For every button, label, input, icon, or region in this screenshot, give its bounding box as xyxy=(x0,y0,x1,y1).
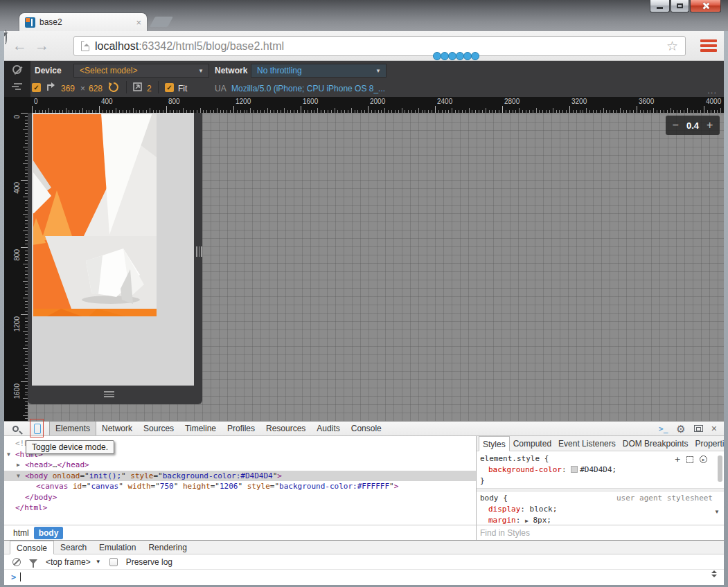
swap-dimensions-icon[interactable] xyxy=(46,82,56,92)
clear-console-icon[interactable] xyxy=(12,558,21,566)
device-pixel-ratio-icon[interactable] xyxy=(133,82,142,91)
ruler-vertical: 040080012001600 xyxy=(4,97,28,421)
network-conditions-icon[interactable] xyxy=(11,83,24,91)
expand-arrow-icon[interactable]: ▼ xyxy=(17,471,20,482)
close-window-button[interactable] xyxy=(690,0,721,12)
rule-selector[interactable]: user agent stylesheetbody { xyxy=(477,493,724,504)
dom-tree-row[interactable]: </html> xyxy=(4,503,476,514)
frame-context-select[interactable]: <top frame>▼ xyxy=(46,557,101,567)
tab-audits[interactable]: Audits xyxy=(311,422,345,435)
viewport-resize-handle-right[interactable] xyxy=(196,246,202,257)
drawer-tab-search[interactable]: Search xyxy=(54,541,93,554)
fit-checkbox[interactable]: ✓ xyxy=(165,83,174,92)
reload-button[interactable] xyxy=(4,30,7,44)
toggle-console-drawer-icon[interactable]: >_ xyxy=(659,424,668,433)
tab-elements[interactable]: Elements xyxy=(49,422,96,435)
tab-resources[interactable]: Resources xyxy=(260,422,311,435)
drawer-tab-console[interactable]: Console xyxy=(10,541,54,554)
viewport-width-value[interactable]: 369 xyxy=(61,84,75,93)
inspect-element-icon[interactable] xyxy=(12,426,19,432)
page-icon[interactable] xyxy=(81,41,89,51)
tab-dom-breakpoints[interactable]: DOM Breakpoints xyxy=(619,436,692,451)
url-host: localhost xyxy=(95,40,139,52)
viewport-resize-handle-bottom[interactable] xyxy=(104,391,114,397)
refresh-icon[interactable] xyxy=(108,82,119,93)
zoom-in-button[interactable]: + xyxy=(707,120,713,131)
tab-network[interactable]: Network xyxy=(96,422,138,435)
page-canvas-artwork[interactable] xyxy=(33,114,157,316)
style-property[interactable]: background-color: #D4D4D4; xyxy=(477,464,724,476)
disable-overrides-icon[interactable] xyxy=(12,65,21,74)
scroll-down-icon[interactable]: ▼ xyxy=(714,509,720,515)
chrome-menu-button[interactable] xyxy=(700,38,717,53)
device-pixel-ratio-value[interactable]: 2 xyxy=(147,84,152,93)
ua-label: UA xyxy=(215,84,227,93)
dom-tree-row[interactable]: </body> xyxy=(4,492,476,503)
chevron-down-icon: ▼ xyxy=(96,559,101,565)
drawer-tab-rendering[interactable]: Rendering xyxy=(142,541,193,554)
url-text[interactable]: localhost:63342/html5/blog/base2.html xyxy=(95,40,661,53)
close-devtools-icon[interactable]: × xyxy=(711,424,717,433)
dom-tree-row[interactable]: <canvas id="canvas" width="750" height="… xyxy=(4,481,476,492)
find-in-styles-input[interactable] xyxy=(477,525,724,540)
maximize-icon xyxy=(677,3,683,8)
more-options[interactable]: ... xyxy=(707,85,717,96)
styles-sidebar: Styles Computed Event Listeners DOM Brea… xyxy=(476,436,724,525)
url-path: :63342/html5/blog/base2.html xyxy=(139,40,284,52)
bookmark-star-icon[interactable]: ☆ xyxy=(666,38,678,54)
color-swatch[interactable] xyxy=(571,466,578,473)
tab-timeline[interactable]: Timeline xyxy=(179,422,222,435)
dom-breadcrumb: html body xyxy=(4,525,476,540)
divider xyxy=(126,81,127,93)
scrollbar-thumb[interactable] xyxy=(718,455,722,482)
expand-arrow-icon[interactable]: ▶ xyxy=(17,460,20,471)
zoom-out-button[interactable]: − xyxy=(673,120,679,131)
style-property[interactable]: display: block; xyxy=(477,504,724,515)
tab-styles[interactable]: Styles xyxy=(479,436,510,451)
tab-profiles[interactable]: Profiles xyxy=(222,422,260,435)
minimize-button[interactable] xyxy=(650,0,670,12)
network-throttling-select[interactable]: No throttling▼ xyxy=(251,64,387,78)
tab-console[interactable]: Console xyxy=(346,422,387,435)
media-query-dot[interactable] xyxy=(471,52,479,60)
tab-event-listeners[interactable]: Event Listeners xyxy=(555,436,619,451)
drawer-tab-emulation[interactable]: Emulation xyxy=(93,541,142,554)
browser-tab[interactable]: base2 × xyxy=(19,13,147,31)
toggle-element-state-icon[interactable] xyxy=(686,456,693,463)
fit-label: Fit xyxy=(178,84,187,93)
animations-icon[interactable]: ▶ xyxy=(700,455,707,463)
breadcrumb-body[interactable]: body xyxy=(34,527,64,539)
rule-close: } xyxy=(477,476,724,487)
style-property[interactable]: margin: ▶ 8px; xyxy=(477,515,724,525)
dom-tree-row[interactable]: ▼<body onload="init();" style="backgroun… xyxy=(4,471,476,482)
preserve-log-label: Preserve log xyxy=(126,557,172,567)
device-model-select[interactable]: <Select model>▼ xyxy=(73,64,209,78)
browser-window: base2 × ← → localhost:63342/html5/blog/b… xyxy=(0,0,728,587)
dom-tree-row[interactable]: ▶<head>…</head> xyxy=(4,460,476,471)
filter-icon[interactable] xyxy=(29,559,37,564)
breadcrumb-html[interactable]: html xyxy=(8,527,34,539)
viewport-height-value[interactable]: 628 xyxy=(89,84,103,93)
tab-properties[interactable]: Properties xyxy=(691,436,724,451)
tab-close-icon[interactable]: × xyxy=(136,18,141,27)
drawer-resize-icon[interactable] xyxy=(711,570,717,577)
emulate-resolution-checkbox[interactable]: ✓ xyxy=(32,83,41,92)
find-in-styles-bar xyxy=(476,525,724,540)
address-bar[interactable]: localhost:63342/html5/blog/base2.html ☆ xyxy=(73,36,686,56)
tab-sources[interactable]: Sources xyxy=(138,422,179,435)
expand-arrow-icon[interactable]: ▼ xyxy=(7,449,10,460)
forward-button[interactable]: → xyxy=(35,37,49,54)
maximize-button[interactable] xyxy=(671,0,689,12)
preserve-log-checkbox[interactable] xyxy=(109,558,118,566)
ua-value[interactable]: Mozilla/5.0 (iPhone; CPU iPhone OS 8_... xyxy=(231,84,385,93)
new-style-rule-icon[interactable]: + xyxy=(675,455,680,464)
back-button[interactable]: ← xyxy=(12,37,27,54)
styles-rules: element.style { + ▶ background-color: #D… xyxy=(477,451,724,525)
settings-gear-icon[interactable]: ⚙ xyxy=(676,424,685,434)
rule-separator xyxy=(477,488,724,491)
chevron-down-icon: ▼ xyxy=(375,68,381,74)
dock-side-icon[interactable] xyxy=(694,425,703,432)
tab-computed[interactable]: Computed xyxy=(510,436,555,451)
console-prompt[interactable]: > xyxy=(4,570,724,584)
expand-shorthand-icon[interactable]: ▶ xyxy=(525,518,529,524)
